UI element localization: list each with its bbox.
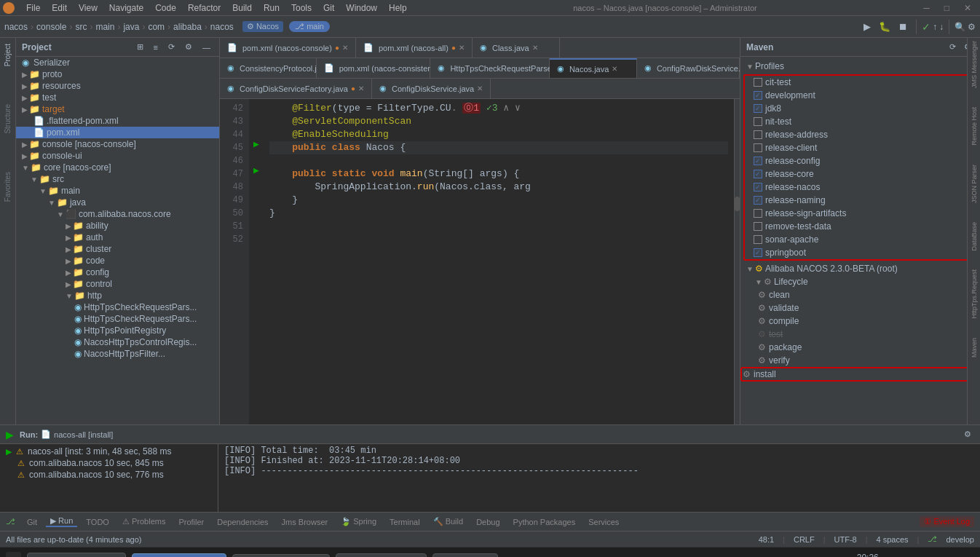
- menu-view[interactable]: View: [73, 1, 103, 15]
- lifecycle-header[interactable]: ▼ ⚙ Lifecycle: [740, 275, 980, 288]
- release-address-checkbox[interactable]: [754, 130, 762, 139]
- settings-gear-icon[interactable]: ⚙: [182, 41, 195, 53]
- menu-file[interactable]: File: [20, 1, 46, 15]
- profile-jdk8[interactable]: ✓ jdk8: [745, 102, 976, 115]
- hide-icon[interactable]: —: [199, 42, 213, 53]
- windows-start-icon[interactable]: ⊞: [6, 552, 21, 557]
- profile-remove-test[interactable]: remove-test-data: [745, 220, 976, 233]
- bottom-tab-services[interactable]: Services: [584, 518, 623, 526]
- profile-sonar[interactable]: sonar-apache: [745, 233, 976, 246]
- bottom-tab-profiler[interactable]: Profiler: [174, 518, 208, 526]
- tab-httptps[interactable]: ◉ HttpTpsCheckRequestParser.java ✕: [430, 58, 550, 78]
- breadcrumb-nacos2[interactable]: nacos: [210, 22, 234, 32]
- taskbar-btn-ip[interactable]: 🖥 192.168.72.126 – ...: [232, 554, 331, 558]
- root-project-header[interactable]: ▼ ⚙ Alibaba NACOS 2.3.0-BETA (root): [740, 262, 980, 275]
- tab-config-disk[interactable]: ◉ ConfigDiskService.java ✕: [372, 79, 491, 98]
- tree-item-core[interactable]: ▼ 📁 core [nacos-core]: [16, 162, 219, 173]
- remotehost-icon[interactable]: Remote Host: [971, 107, 978, 146]
- tree-item-resources[interactable]: ▶ 📁 resources: [16, 80, 219, 92]
- collapse-icon[interactable]: ≡: [151, 42, 161, 53]
- cit-test-checkbox[interactable]: [754, 78, 762, 87]
- taskbar-btn-rocks[interactable]: 📁 rocksdbini: [432, 553, 498, 557]
- tree-item-httptps2[interactable]: ◉ HttpTpsCheckRequestPars...: [16, 313, 219, 325]
- taskbar-btn-finalshell[interactable]: 🐚 FinalShell 4.2.4.2: [336, 553, 427, 557]
- bottom-tab-git[interactable]: Git: [23, 518, 42, 526]
- breadcrumb-com[interactable]: com: [148, 22, 165, 32]
- tree-item-main[interactable]: ▼ 📁 main: [16, 185, 219, 197]
- jmessenger-icon[interactable]: JMS Messenger: [971, 41, 978, 88]
- favorites-icon-btn[interactable]: Favorites: [1, 169, 15, 205]
- run-button[interactable]: ▶: [861, 20, 874, 33]
- profile-release-naming[interactable]: ✓ release-naming: [745, 194, 976, 207]
- tab-config-disk-factory[interactable]: ◉ ConfigDiskServiceFactory.java ● ✕: [220, 79, 372, 98]
- breadcrumb-console[interactable]: console: [36, 22, 66, 32]
- breadcrumb-main[interactable]: main: [95, 22, 114, 32]
- menu-run[interactable]: Run: [258, 1, 285, 15]
- tree-item-code[interactable]: ▶ 📁 code: [16, 255, 219, 266]
- bottom-tab-run[interactable]: ▶ Run: [46, 516, 77, 527]
- profile-release-nacos[interactable]: ✓ release-nacos: [745, 181, 976, 194]
- release-nacos-checkbox[interactable]: ✓: [754, 183, 762, 191]
- run-indicator-45[interactable]: ▶: [253, 138, 259, 151]
- menu-git[interactable]: Git: [317, 1, 340, 15]
- run-play-button[interactable]: ▶: [6, 429, 14, 441]
- project-icon-btn[interactable]: Project: [1, 41, 15, 69]
- close-btn[interactable]: ✕: [958, 3, 977, 13]
- debug-button[interactable]: 🐛: [876, 20, 893, 33]
- profile-nit-test[interactable]: nit-test: [745, 115, 976, 128]
- scrollbar-thumb[interactable]: [735, 197, 740, 211]
- bottom-tab-terminal[interactable]: Terminal: [385, 518, 424, 526]
- database-icon[interactable]: DataBase: [971, 222, 978, 251]
- git-push-icon[interactable]: ↑: [933, 22, 937, 32]
- editor-scrollbar[interactable]: [734, 99, 740, 424]
- taskbar-btn-csdn[interactable]: C 写文章-CSDN博客 ...: [27, 553, 126, 557]
- new-window-icon[interactable]: ⊞: [134, 41, 146, 53]
- tree-item-java[interactable]: ▼ 📁 java: [16, 197, 219, 208]
- bottom-tab-problems[interactable]: ⚠ Problems: [118, 517, 170, 526]
- tab-pom-console[interactable]: 📄 pom.xml (nacos-console) ● ✕: [220, 38, 356, 58]
- jsonparser-icon[interactable]: JSON Parser: [971, 165, 978, 203]
- tree-item-httptps1[interactable]: ◉ HttpTpsCheckRequestPars...: [16, 301, 219, 313]
- profile-development[interactable]: ✓ development: [745, 89, 976, 102]
- stop-button[interactable]: ⏹: [896, 20, 911, 33]
- minimize-btn[interactable]: ─: [917, 3, 936, 13]
- tree-item-control[interactable]: ▶ 📁 control: [16, 278, 219, 290]
- menu-refactor[interactable]: Refactor: [182, 1, 226, 15]
- tree-item-target[interactable]: ▶ 📁 target: [16, 103, 219, 115]
- tree-item-serializer[interactable]: ◉ Serializer: [16, 57, 219, 68]
- profile-springboot[interactable]: ✓ springboot: [745, 246, 976, 259]
- tree-item-pom[interactable]: 📄 pom.xml: [16, 127, 219, 138]
- tab-class-java[interactable]: ◉ Class.java ✕: [473, 38, 560, 58]
- profile-release-address[interactable]: release-address: [745, 128, 976, 141]
- tab-consistency[interactable]: ◉ ConsistencyProtocol.java ✕: [220, 58, 317, 78]
- bottom-tab-build[interactable]: 🔨 Build: [429, 517, 468, 526]
- code-content[interactable]: @Filter(type = FilterType.CU. ⓪1 ✓3 ∧ ∨ …: [264, 99, 734, 424]
- profile-release-sign[interactable]: release-sign-artifacts: [745, 207, 976, 220]
- lifecycle-install[interactable]: ⚙ install: [740, 367, 980, 382]
- lifecycle-compile[interactable]: ⚙ compile: [740, 315, 980, 328]
- remove-test-checkbox[interactable]: [754, 222, 762, 231]
- nit-test-checkbox[interactable]: [754, 117, 762, 126]
- profile-release-client[interactable]: release-client: [745, 141, 976, 154]
- release-sign-checkbox[interactable]: [754, 209, 762, 218]
- breadcrumb-java[interactable]: java: [123, 22, 139, 32]
- tree-item-nacos-filter[interactable]: ◉ NacosHttpTpsFilter...: [16, 348, 219, 360]
- tree-item-src[interactable]: ▼ 📁 src: [16, 173, 219, 185]
- menu-window[interactable]: Window: [340, 1, 383, 15]
- profile-release-core[interactable]: ✓ release-core: [745, 167, 976, 181]
- lifecycle-test[interactable]: ⚙ test: [740, 328, 980, 341]
- profiles-header[interactable]: ▼ Profiles: [740, 60, 980, 73]
- tree-item-package[interactable]: ▼ ⬛ com.alibaba.nacos.core: [16, 208, 219, 220]
- breadcrumb-nacos[interactable]: nacos: [4, 22, 28, 32]
- run-tree-item-1[interactable]: ▶ ⚠ nacos-all [inst: 3 min, 48 sec, 588 …: [0, 446, 218, 457]
- tree-item-proto[interactable]: ▶ 📁 proto: [16, 68, 219, 80]
- tree-item-console-ui[interactable]: ▶ 📁 console-ui: [16, 150, 219, 162]
- menu-build[interactable]: Build: [226, 1, 258, 15]
- run-tree-item-3[interactable]: ⚠ com.alibaba.nacos 10 sec, 776 ms: [0, 469, 218, 481]
- tree-item-nacos-control[interactable]: ◉ NacosHttpTpsControlRegis...: [16, 336, 219, 348]
- breadcrumb-alibaba[interactable]: alibaba: [173, 22, 202, 32]
- lifecycle-verify[interactable]: ⚙ verify: [740, 354, 980, 367]
- breadcrumb-src[interactable]: src: [75, 22, 87, 32]
- status-branch[interactable]: develop: [946, 535, 974, 544]
- search-everywhere-icon[interactable]: 🔍: [955, 22, 965, 32]
